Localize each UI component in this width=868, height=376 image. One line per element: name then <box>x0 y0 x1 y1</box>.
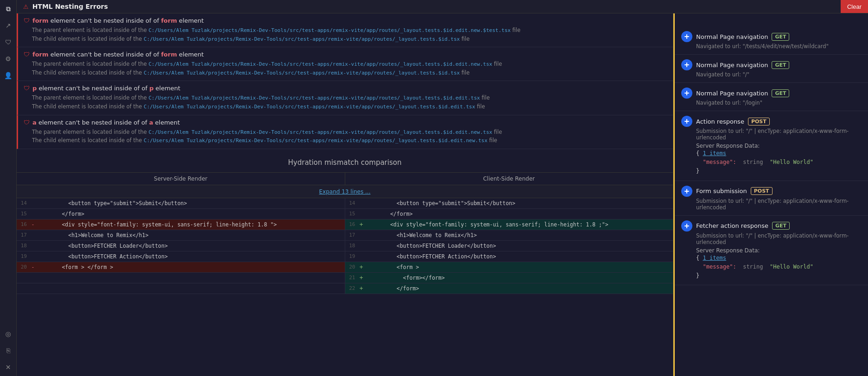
nav-title: Normal Page navigation <box>696 33 768 40</box>
page-header: ⚠ HTML Nesting Errors <box>17 0 868 13</box>
code-text-right: <form></form> <box>365 275 445 281</box>
child-suffix: file <box>489 137 497 144</box>
shield-icon[interactable]: 🛡 <box>3 37 13 47</box>
parent-path: C:/Users/Alem Tuzlak/projects/Remix-Dev-… <box>148 61 492 67</box>
error-detail-child: The child element is located inside of t… <box>24 136 667 145</box>
code-text-left: <button type="submit">Submit</button> <box>36 200 187 207</box>
parent-prefix: The parent element is located inside of … <box>32 94 148 101</box>
error-detail-child: The child element is located inside of t… <box>24 69 667 77</box>
close-icon[interactable]: ✕ <box>3 362 13 372</box>
line-num-right: 15 <box>345 211 358 217</box>
error-shield-icon: 🛡 <box>24 51 30 58</box>
line-num-right: 17 <box>345 232 358 238</box>
method-badge: GET <box>772 33 789 41</box>
line-num-right: 14 <box>345 200 358 206</box>
right-panel: Clear Normal Page navigation GET Navigat… <box>673 13 868 376</box>
error-detail: The parent element is located inside of … <box>24 26 667 35</box>
error-item: 🛡 a element can't be nested inside of of… <box>17 115 673 149</box>
parent-path: C:/Users/Alem Tuzlak/projects/Remix-Dev-… <box>148 27 510 33</box>
code-text-right: <div style="font-family: system-ui, sans… <box>365 221 608 228</box>
diff-marker-left: - <box>30 264 36 270</box>
nav-item-header: Action response POST <box>681 116 862 127</box>
child-path: C:/Users/Alem Tuzlak/projects/Remix-Dev-… <box>144 36 460 42</box>
layers-icon[interactable]: ⧉ <box>3 4 13 14</box>
line-num-left: 14 <box>17 200 30 206</box>
route-icon[interactable]: ↗ <box>3 20 13 31</box>
server-response-body: { 1 items "message": string "Hello World… <box>681 254 862 281</box>
expand-row: Expand 13 lines ... <box>17 185 673 198</box>
copy-icon[interactable]: ⎘ <box>3 345 13 356</box>
json-open-brace: { <box>696 150 699 157</box>
gear-icon[interactable]: ⚙ <box>3 54 13 64</box>
code-row: 14 <button type="submit">Submit</button>… <box>17 198 673 209</box>
code-row: 17 <h1>Welcome to Remix</h1> 17 <h1>Welc… <box>17 230 673 241</box>
nav-icon <box>681 220 692 232</box>
parent-suffix: file <box>482 94 490 101</box>
code-text-left: </form> <box>36 211 84 217</box>
nav-icon <box>681 88 692 99</box>
nav-item: Normal Page navigation GET Navigated to … <box>675 26 868 55</box>
code-row: 18 <button>FETCHER Loader</button> 18 <b… <box>17 241 673 251</box>
nav-sub: Navigated to url: "/tests/4/edit/new/tes… <box>681 43 862 50</box>
diff-marker-right: + <box>358 264 365 270</box>
json-open-brace: { <box>696 255 699 261</box>
error-item: 🛡 form element can't be nested inside of… <box>17 47 673 81</box>
json-close-brace: } <box>696 168 699 174</box>
error-icon-header: ⚠ <box>23 3 29 10</box>
line-num-left: 15 <box>17 211 30 217</box>
sidebar: ⧉ ↗ 🛡 ⚙ 👤 ◎ ⎘ ✕ <box>0 0 17 376</box>
json-items-link[interactable]: 1 items <box>703 150 726 157</box>
code-row: 16 - <div style="font-family: system-ui,… <box>17 219 673 230</box>
nav-items-container: Normal Page navigation GET Navigated to … <box>675 13 868 285</box>
error-item: 🛡 form element can't be nested inside of… <box>17 13 673 47</box>
nav-title: Normal Page navigation <box>696 62 768 69</box>
child-path: C:/Users/Alem Tuzlak/projects/Remix-Dev-… <box>144 104 475 110</box>
child-prefix: The child element is located inside of t… <box>32 137 144 144</box>
line-num-right: 22 <box>345 285 358 291</box>
nav-icon <box>681 186 692 197</box>
code-row: 19 <button>FETCHER Action</button> 19 <b… <box>17 251 673 262</box>
code-text-right: </form> <box>365 211 413 217</box>
nav-item: Normal Page navigation GET Navigated to … <box>675 55 868 83</box>
code-text-left: <button>FETCHER Loader</button> <box>36 243 168 249</box>
code-text-right: <h1>Welcome to Remix</h1> <box>365 232 477 238</box>
nav-sub: Submission to url: "/" | encType: applic… <box>681 232 862 245</box>
right-panel-inner: Normal Page navigation GET Navigated to … <box>673 13 868 376</box>
error-title-text: a element can't be nested inside of of a… <box>32 119 180 126</box>
error-tag1: form <box>32 17 49 24</box>
child-prefix: The child element is located inside of t… <box>32 103 144 110</box>
parent-suffix: file <box>494 61 502 67</box>
expand-link[interactable]: Expand 13 lines ... <box>319 188 371 195</box>
parent-suffix: file <box>494 129 502 135</box>
diff-marker-right: + <box>358 275 365 281</box>
nav-item-header: Fetcher action response GET <box>681 220 862 232</box>
json-close-brace: } <box>696 272 699 279</box>
server-response-body: { 1 items "message": string "Hello World… <box>681 149 862 176</box>
json-type: string <box>743 159 763 165</box>
child-suffix: file <box>477 103 485 110</box>
json-items-link[interactable]: 1 items <box>703 255 726 261</box>
nav-item-header: Normal Page navigation GET <box>681 59 862 70</box>
nav-item: Normal Page navigation GET Navigated to … <box>675 83 868 111</box>
parent-prefix: The parent element is located inside of … <box>32 129 148 135</box>
json-key: "message": <box>703 263 736 270</box>
diff-marker-right: + <box>358 221 365 227</box>
method-badge: POST <box>748 118 770 125</box>
line-num-left: 17 <box>17 232 30 238</box>
code-text-left: <button>FETCHER Action</button> <box>36 253 168 260</box>
error-tag2: p <box>149 85 153 92</box>
error-detail-child: The child element is located inside of t… <box>24 102 667 111</box>
child-path: C:/Users/Alem Tuzlak/projects/Remix-Dev-… <box>144 70 460 76</box>
radio-icon[interactable]: ◎ <box>3 329 13 339</box>
nav-sub: Navigated to url: "/login" <box>681 100 862 106</box>
nav-icon <box>681 31 692 42</box>
line-num-right: 19 <box>345 253 358 259</box>
code-row: 21 + <form></form> <box>17 273 673 283</box>
code-text-right: <form > <box>365 264 419 270</box>
nav-sub: Submission to url: "/" | encType: applic… <box>681 198 862 211</box>
json-type: string <box>743 263 763 270</box>
person-icon[interactable]: 👤 <box>3 70 13 81</box>
error-tag1: p <box>32 85 37 92</box>
error-tag1: form <box>32 51 49 58</box>
error-title-text: form element can't be nested inside of o… <box>32 51 204 58</box>
